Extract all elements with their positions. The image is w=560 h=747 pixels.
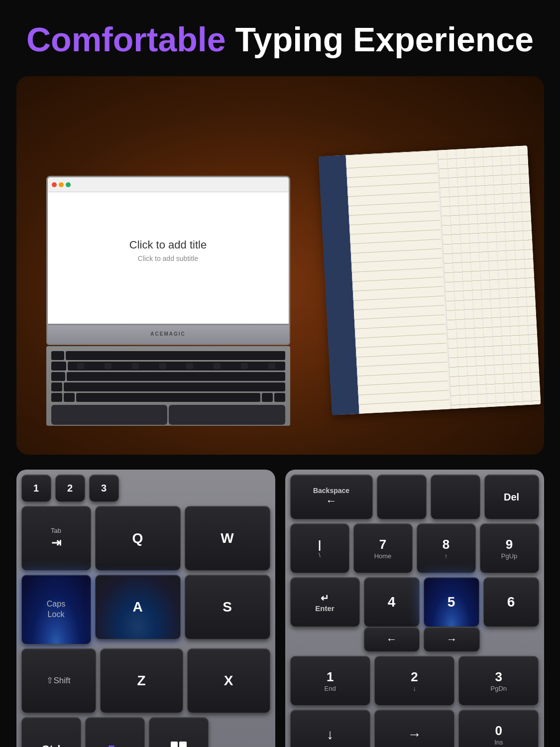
screen-presentation-title: Click to add title (129, 239, 207, 251)
key-5: 5 (424, 577, 479, 627)
key-ctrl: Ctrl (21, 717, 81, 747)
key-right-arrow: → (424, 627, 480, 652)
laptop-brand: ACEMAGIC (47, 325, 289, 337)
key-caps-lock: CapsLock (21, 575, 91, 644)
key-del: Del (484, 475, 539, 519)
laptop-body: Click to add title Click to add subtitle… (46, 176, 325, 415)
notebook (318, 145, 541, 415)
screen-presentation-subtitle: Click to add subtitle (138, 254, 198, 262)
laptop-base: ACEMAGIC (46, 325, 290, 345)
key-4: 4 (364, 577, 420, 627)
screen-inner: Click to add title Click to add subtitle (48, 177, 289, 324)
row-789: | \ 7 Home 8 ↑ 9 PgUp (290, 523, 539, 573)
key-w: W (185, 506, 270, 571)
row-arrows-mid: ← → (290, 627, 539, 652)
row-ctrl-fn-win: Ctrl Fn (21, 717, 270, 747)
key-s: S (185, 575, 270, 639)
title-comfortable: Comfortable (26, 20, 225, 58)
bottom-section: 1 2 3 Tab ⇥ Q W CapsLock A S (16, 470, 544, 747)
dot-green (66, 182, 71, 187)
laptop-photo-section: Click to add title Click to add subtitle… (16, 76, 544, 455)
key-0: 0 Ins (458, 710, 539, 747)
key-backspace: Backspace ← (290, 475, 373, 519)
row-123: 1 End 2 ↓ 3 PgDn (290, 656, 539, 706)
laptop-scene: Click to add title Click to add subtitle… (16, 76, 544, 455)
key-empty1 (377, 475, 427, 519)
screen-toolbar (48, 177, 289, 192)
dot-red (52, 182, 57, 187)
page-lines (346, 150, 449, 414)
row-456: ↵ Enter 4 5 6 (290, 577, 539, 627)
key-windows (149, 717, 209, 747)
row-backspace: Backspace ← Del (290, 475, 539, 519)
key-q: Q (95, 506, 181, 571)
page-grid (437, 145, 540, 409)
keyboard-panel-left: 1 2 3 Tab ⇥ Q W CapsLock A S (16, 470, 275, 747)
row-shift-zx: ⇧Shift Z X (21, 648, 270, 713)
windows-icon (171, 742, 187, 747)
key-down: ↓ (290, 710, 370, 747)
key-x: X (187, 648, 270, 713)
keyboard-panel-right: Backspace ← Del | \ 7 Home 8 (285, 470, 544, 747)
key-9: 9 PgUp (480, 523, 539, 573)
key-slash: | \ (290, 523, 349, 573)
key-2: 2 ↓ (374, 656, 454, 706)
key-empty2 (431, 475, 480, 519)
notebook-pages (345, 145, 541, 413)
page-wrapper: Comfortable Typing Experience (0, 0, 560, 747)
key-enter: ↵ Enter (290, 577, 360, 627)
key-right: → (374, 710, 454, 747)
title-section: Comfortable Typing Experience (26, 20, 534, 59)
dot-yellow (59, 182, 64, 187)
key-2: 2 (55, 475, 85, 502)
key-8: 8 ↑ (417, 523, 476, 573)
key-left-arrow: ← (364, 627, 420, 652)
key-a: A (95, 575, 181, 639)
num-row: 1 2 3 (21, 475, 270, 502)
key-6: 6 (483, 577, 539, 627)
key-1: 1 (21, 475, 51, 502)
key-shift: ⇧Shift (21, 648, 96, 713)
key-z: Z (100, 648, 183, 713)
row-tab-qw: Tab ⇥ Q W (21, 506, 270, 571)
key-7: 7 Home (353, 523, 413, 573)
key-3: 3 (89, 475, 119, 502)
key-3: 3 PgDn (458, 656, 539, 706)
tab-arrow-icon: ⇥ (51, 536, 61, 550)
key-tab: Tab ⇥ (21, 506, 91, 571)
title-rest: Typing Experience (225, 20, 533, 58)
row-caps-as: CapsLock A S (21, 575, 270, 644)
row-bottom: ↓ → 0 Ins (290, 710, 539, 747)
notebook-page-right (437, 145, 540, 409)
key-1: 1 End (290, 656, 370, 706)
notebook-page-left (345, 150, 449, 414)
key-fn: Fn (85, 717, 145, 747)
laptop-keyboard-area (46, 346, 290, 426)
laptop-screen: Click to add title Click to add subtitle (46, 176, 290, 325)
